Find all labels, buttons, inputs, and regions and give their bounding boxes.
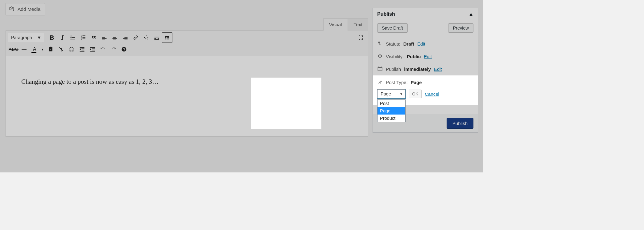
posttype-option-page[interactable]: Page (378, 107, 405, 115)
posttype-label: Post Type: (386, 80, 408, 85)
svg-rect-11 (83, 38, 85, 39)
indent-button[interactable] (87, 44, 98, 54)
fullscreen-button[interactable] (356, 32, 366, 43)
bold-button[interactable]: B (47, 32, 57, 43)
special-char-button[interactable]: Ω (66, 44, 77, 54)
svg-rect-9 (83, 37, 85, 38)
schedule-label: Publish (386, 67, 401, 72)
italic-button[interactable]: I (57, 32, 68, 43)
help-button[interactable]: ? (119, 44, 129, 54)
add-media-label: Add Media (18, 6, 40, 12)
svg-rect-34 (165, 38, 166, 39)
publish-title: Publish (377, 11, 395, 17)
save-draft-button[interactable]: Save Draft (377, 23, 408, 33)
visibility-value: Public (407, 54, 421, 59)
posttype-option-product[interactable]: Product (378, 115, 405, 122)
text-color-dropdown[interactable]: ▼ (40, 44, 45, 54)
svg-rect-22 (123, 38, 128, 39)
posttype-value: Page (411, 80, 422, 85)
preview-button[interactable]: Preview (448, 23, 473, 33)
svg-rect-35 (167, 38, 167, 39)
editor-content-text: Changing a page to a post is now as easy… (21, 78, 159, 85)
svg-rect-32 (167, 37, 167, 38)
schedule-row: Publish immediately Edit (377, 63, 473, 75)
chevron-down-icon: ▼ (41, 48, 44, 51)
svg-rect-7 (83, 35, 85, 36)
add-media-button[interactable]: Add Media (6, 3, 45, 15)
read-more-button[interactable] (151, 32, 162, 43)
svg-rect-55 (379, 67, 379, 68)
svg-rect-26 (155, 38, 156, 39)
svg-rect-46 (92, 50, 95, 50)
triangle-up-icon: ▲ (469, 11, 473, 17)
svg-rect-24 (155, 36, 159, 36)
align-left-button[interactable] (99, 32, 109, 43)
svg-rect-43 (80, 51, 85, 52)
svg-rect-44 (90, 47, 95, 48)
visibility-row: Visibility: Public Edit (377, 50, 473, 63)
horizontal-rule-button[interactable] (19, 44, 29, 54)
undo-button[interactable] (98, 44, 108, 54)
camera-music-icon (9, 6, 15, 13)
svg-rect-23 (125, 40, 128, 40)
svg-rect-30 (165, 36, 169, 37)
svg-rect-15 (102, 40, 105, 40)
blockquote-button[interactable] (89, 32, 99, 43)
format-select[interactable]: Paragraph ▼ (8, 33, 44, 42)
posttype-dropdown: Post Page Product (377, 99, 406, 122)
posttype-select[interactable]: Page ▼ (377, 89, 406, 99)
svg-rect-47 (90, 51, 95, 52)
svg-rect-45 (92, 49, 95, 49)
status-label: Status: (386, 41, 400, 46)
svg-rect-19 (113, 40, 116, 40)
schedule-value: immediately (404, 67, 431, 72)
schedule-edit-link[interactable]: Edit (434, 67, 442, 72)
svg-rect-28 (158, 38, 159, 39)
svg-rect-52 (380, 45, 381, 45)
status-edit-link[interactable]: Edit (417, 41, 425, 46)
link-button[interactable] (130, 32, 141, 43)
chevron-down-icon: ▼ (37, 35, 41, 40)
svg-rect-38 (50, 47, 52, 48)
unlink-button[interactable] (141, 32, 151, 43)
svg-rect-36 (168, 38, 169, 39)
tab-visual[interactable]: Visual (323, 18, 348, 31)
publish-metabox: Publish ▲ Save Draft Preview Status: Dra… (373, 8, 478, 133)
visibility-edit-link[interactable]: Edit (424, 54, 432, 59)
publish-button[interactable]: Publish (447, 118, 473, 129)
redo-button[interactable] (108, 44, 119, 54)
paste-text-button[interactable]: T (45, 44, 56, 54)
align-center-button[interactable] (109, 32, 120, 43)
calendar-icon (377, 66, 383, 72)
svg-rect-12 (102, 36, 107, 36)
svg-point-2 (71, 37, 72, 38)
svg-point-0 (71, 35, 72, 36)
svg-rect-17 (113, 37, 116, 38)
svg-text:3: 3 (81, 38, 82, 40)
posttype-option-post[interactable]: Post (378, 100, 405, 107)
tab-text[interactable]: Text (348, 18, 368, 31)
posttype-ok-button[interactable]: OK (409, 90, 422, 98)
outdent-button[interactable] (77, 44, 87, 54)
svg-rect-16 (113, 36, 117, 36)
post-type-section: Post Type: Page Page ▼ OK Cancel Post Pa… (373, 75, 478, 105)
svg-rect-42 (81, 50, 84, 50)
svg-rect-3 (72, 37, 75, 38)
toolbar-toggle-button[interactable] (162, 32, 172, 43)
strikethrough-button[interactable]: ABC (8, 44, 19, 54)
bullet-list-button[interactable] (68, 32, 78, 43)
svg-rect-20 (123, 36, 128, 36)
publish-metabox-header[interactable]: Publish ▲ (373, 8, 478, 20)
clear-formatting-button[interactable] (56, 44, 66, 54)
align-right-button[interactable] (120, 32, 130, 43)
posttype-cancel-link[interactable]: Cancel (425, 91, 439, 97)
posttype-select-value: Page (381, 91, 391, 96)
key-icon (377, 41, 383, 47)
status-value: Draft (403, 41, 414, 46)
svg-point-4 (71, 38, 72, 39)
text-color-button[interactable]: A (29, 44, 40, 54)
svg-rect-40 (80, 47, 85, 48)
numbered-list-button[interactable]: 123 (78, 32, 89, 43)
pushpin-icon (377, 79, 383, 86)
editor-content[interactable]: Changing a page to a post is now as easy… (6, 56, 368, 136)
